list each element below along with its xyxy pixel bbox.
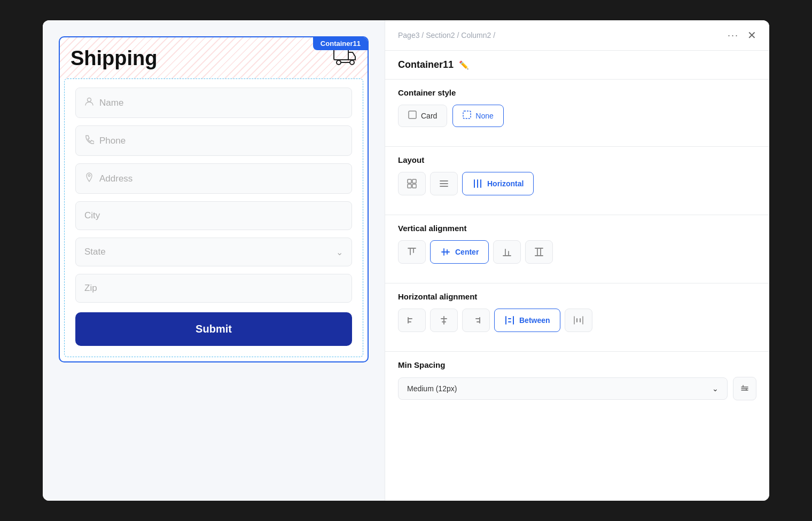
city-field[interactable]: City [75,201,352,230]
main-container: Shipping Container11 [43,20,769,501]
layout-label: Layout [398,155,756,164]
address-field[interactable]: Address [75,163,352,194]
horizontal-label: Horizontal [487,179,524,188]
divider5 [385,351,769,352]
address-placeholder: Address [99,173,132,184]
layout-section: Layout Horizontal [385,155,769,206]
container-style-options: Card None [398,105,756,127]
spacing-select[interactable]: Medium (12px) ⌄ [398,377,728,400]
breadcrumb-actions: ··· ✕ [728,29,756,42]
spacing-chevron-icon: ⌄ [712,384,719,393]
valign-stretch-button[interactable] [525,240,553,264]
spacing-row: Medium (12px) ⌄ [398,377,756,400]
vertical-alignment-options: Center [398,240,756,264]
style-none-button[interactable]: None [452,105,503,127]
layout-list-button[interactable] [430,172,458,195]
valign-top-button[interactable] [398,240,426,264]
center-label: Center [455,248,479,256]
layout-grid-button[interactable] [398,172,426,195]
person-icon [84,97,94,109]
container11-badge: Container11 [313,37,368,50]
card-icon [408,110,417,121]
shipping-card: Shipping Container11 [59,36,369,362]
halign-left-button[interactable] [398,309,426,332]
edit-icon[interactable]: ✏️ [459,60,469,70]
close-button[interactable]: ✕ [747,29,756,42]
phone-icon [84,135,94,147]
none-icon [463,110,471,121]
panel-title-row: Container11 ✏️ [385,51,769,70]
divider4 [385,283,769,283]
state-placeholder: State [84,247,106,257]
zip-placeholder: Zip [84,283,97,294]
halign-center-button[interactable] [430,309,458,332]
svg-rect-7 [408,179,411,183]
container-style-label: Container style [398,88,756,97]
card-label: Card [421,112,437,120]
location-icon [84,172,94,185]
layout-options: Horizontal [398,172,756,195]
horizontal-alignment-options: Between [398,309,756,332]
container-style-section: Container style Card None [385,88,769,138]
shipping-header: Shipping Container11 [60,37,368,78]
right-panel: Page3 / Section2 / Column2 / ··· ✕ Conta… [385,20,769,501]
svg-rect-6 [463,111,471,119]
name-field[interactable]: Name [75,88,352,118]
halign-between-button[interactable]: Between [494,309,560,332]
halign-around-button[interactable] [565,309,592,332]
left-panel: Shipping Container11 [43,20,385,501]
divider2 [385,146,769,147]
more-options-button[interactable]: ··· [728,30,739,41]
valign-bottom-button[interactable] [493,240,521,264]
horizontal-alignment-label: Horizontal alignment [398,292,756,301]
min-spacing-section: Min Spacing Medium (12px) ⌄ [385,360,769,411]
divider [385,79,769,80]
panel-title: Container11 [398,59,454,70]
shipping-title: Shipping [71,47,158,70]
divider3 [385,215,769,215]
layout-horizontal-button[interactable]: Horizontal [462,172,534,195]
breadcrumb-bar: Page3 / Section2 / Column2 / ··· ✕ [385,20,769,51]
halign-right-button[interactable] [462,309,490,332]
truck-icon [333,48,357,69]
none-label: None [475,112,493,120]
vertical-alignment-section: Vertical alignment Center [385,224,769,274]
svg-rect-0 [334,49,348,60]
phone-field[interactable]: Phone [75,125,352,156]
horizontal-alignment-section: Horizontal alignment Between [385,292,769,343]
between-label: Between [519,316,550,325]
svg-point-1 [337,60,341,65]
valign-center-button[interactable]: Center [430,240,489,264]
svg-rect-8 [412,179,416,183]
zip-field[interactable]: Zip [75,274,352,303]
chevron-down-icon: ⌄ [336,247,343,257]
form-area: Name Phone Address [64,78,363,357]
state-field[interactable]: State ⌄ [75,238,352,266]
phone-placeholder: Phone [99,136,126,146]
name-placeholder: Name [99,98,123,108]
svg-rect-10 [412,184,416,188]
min-spacing-label: Min Spacing [398,360,756,369]
svg-point-2 [350,60,354,65]
svg-rect-9 [408,184,411,188]
svg-point-4 [88,98,91,102]
style-card-button[interactable]: Card [398,105,447,127]
spacing-adjust-button[interactable] [733,377,756,400]
city-placeholder: City [84,210,100,221]
svg-rect-5 [409,111,416,119]
breadcrumb: Page3 / Section2 / Column2 / [398,31,495,40]
vertical-alignment-label: Vertical alignment [398,224,756,233]
spacing-value: Medium (12px) [407,384,457,393]
submit-button[interactable]: Submit [75,312,352,346]
